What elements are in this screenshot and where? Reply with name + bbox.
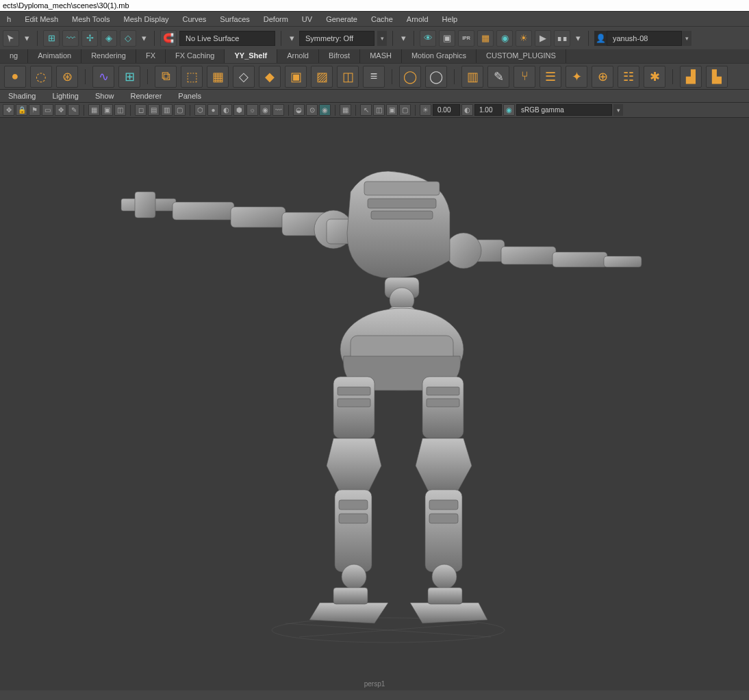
xray-joints-icon[interactable]: ⊙ xyxy=(306,104,318,116)
isolate-select-icon[interactable]: ▦ xyxy=(340,104,351,116)
shelf-pen-icon[interactable]: ✎ xyxy=(487,66,509,88)
panel-menu-panels[interactable]: Panels xyxy=(170,90,210,102)
hypershade-icon[interactable]: ◉ xyxy=(496,30,513,47)
menu-item-generate[interactable]: Generate xyxy=(319,12,364,26)
shelf-tab-motiongraphics[interactable]: Motion Graphics xyxy=(402,49,477,63)
render-frame-icon[interactable]: ▣ xyxy=(439,30,455,47)
use-all-lights-icon[interactable]: ⬢ xyxy=(233,104,245,116)
snap-grid-icon[interactable]: ⊞ xyxy=(43,30,60,47)
gamma-field[interactable]: sRGB gamma xyxy=(516,104,612,116)
menu-item-deform[interactable]: Deform xyxy=(257,12,295,26)
color-management-icon[interactable]: ◉ xyxy=(503,104,515,116)
resolution-gate-icon[interactable]: ◫ xyxy=(114,104,126,116)
snap-live-icon[interactable]: ◇ xyxy=(120,30,136,47)
shelf-ring-gray-icon[interactable]: ◯ xyxy=(425,66,447,88)
shelf-split-icon[interactable]: ⑂ xyxy=(513,66,535,88)
gate-mask-icon[interactable]: ◻ xyxy=(135,104,147,116)
ipr-icon[interactable]: IPR xyxy=(458,30,474,47)
user-dropdown-icon[interactable]: ▾ xyxy=(682,31,691,46)
2d-pan-icon[interactable]: ✥ xyxy=(55,104,66,116)
shelf-diamond-icon[interactable]: ◆ xyxy=(259,66,281,88)
shelf-rig-icon[interactable]: ☷ xyxy=(618,66,639,88)
shelf-stack-icon[interactable]: ≡ xyxy=(363,66,385,88)
menu-item[interactable]: h xyxy=(0,12,18,26)
menu-item-mesh-tools[interactable]: Mesh Tools xyxy=(65,12,116,26)
shelf-sphere-mesh-icon[interactable]: ⊛ xyxy=(56,66,78,88)
render-settings-icon[interactable]: ▦ xyxy=(477,30,494,47)
panel-menu-show[interactable]: Show xyxy=(87,90,123,102)
symmetry-field[interactable]: Symmetry: Off xyxy=(299,31,374,46)
textured-icon[interactable]: ◐ xyxy=(220,104,232,116)
shelf-tab-bifrost[interactable]: Bifrost xyxy=(319,49,360,63)
view-cube1-icon[interactable]: ◫ xyxy=(373,104,385,116)
snap-plane-icon[interactable]: ◈ xyxy=(101,30,117,47)
shelf-tab-animation[interactable]: Animation xyxy=(28,49,81,63)
shelf-globe-icon[interactable]: ⊕ xyxy=(592,66,613,88)
shelf-mirror-icon[interactable]: ⧉ xyxy=(155,66,177,88)
shadows-icon[interactable]: ☼ xyxy=(246,104,258,116)
shelf-box-icon[interactable]: ▣ xyxy=(285,66,307,88)
select-camera-icon[interactable]: ✥ xyxy=(3,104,14,116)
panel-menu-renderer[interactable]: Renderer xyxy=(122,90,170,102)
field-chart-icon[interactable]: ▤ xyxy=(148,104,160,116)
shelf-tab-fxcaching[interactable]: FX Caching xyxy=(166,49,225,63)
panel-menu-lighting[interactable]: Lighting xyxy=(44,90,87,102)
xray-icon[interactable]: ◒ xyxy=(293,104,305,116)
chevron-down-icon[interactable]: ▾ xyxy=(139,30,149,47)
film-gate-icon[interactable]: ▣ xyxy=(101,104,113,116)
near-clip-field[interactable]: 0.00 xyxy=(433,104,460,116)
snap-point-icon[interactable]: ✢ xyxy=(81,30,98,47)
user-account-dropdown[interactable]: 👤 yanush-08 ▾ xyxy=(594,31,691,46)
play-icon[interactable]: ▶ xyxy=(535,30,551,47)
bookmark-icon[interactable]: ⚑ xyxy=(29,104,40,116)
chevron-down-icon[interactable]: ▾ xyxy=(398,30,408,47)
lock-camera-icon[interactable]: 🔒 xyxy=(16,104,27,116)
wireframe-icon[interactable]: ⬡ xyxy=(194,104,206,116)
chevron-down-icon[interactable]: ▾ xyxy=(22,30,31,47)
shelf-sphere-dotted-icon[interactable]: ◌ xyxy=(30,66,52,88)
shelf-tab-arnold[interactable]: Arnold xyxy=(277,49,319,63)
shelf-smooth-icon[interactable]: ◇ xyxy=(233,66,255,88)
menu-item-help[interactable]: Help xyxy=(435,12,465,26)
shelf-lattice-icon[interactable]: ⊞ xyxy=(118,66,140,88)
chevron-down-icon[interactable]: ▾ xyxy=(287,30,296,47)
magnet-icon[interactable]: 🧲 xyxy=(160,30,177,47)
motion-blur-icon[interactable]: 〰 xyxy=(272,104,284,116)
shelf-sphere-solid-icon[interactable]: ● xyxy=(4,66,26,88)
chevron-down-icon[interactable]: ▾ xyxy=(573,30,583,47)
panel-menu-shading[interactable]: Shading xyxy=(0,90,44,102)
safe-action-icon[interactable]: ▥ xyxy=(161,104,173,116)
symmetry-dropdown-icon[interactable]: ▾ xyxy=(377,31,387,46)
image-plane-icon[interactable]: ▭ xyxy=(42,104,53,116)
exposure-icon[interactable]: ☀ xyxy=(420,104,431,116)
viewport[interactable]: persp1 xyxy=(0,118,749,690)
menu-item-surfaces[interactable]: Surfaces xyxy=(213,12,256,26)
view-cube2-icon[interactable]: ▣ xyxy=(386,104,398,116)
shelf-tab-mash[interactable]: MASH xyxy=(360,49,402,63)
shelf-block-icon[interactable]: ▥ xyxy=(461,66,483,88)
shelf-tab-fx[interactable]: FX xyxy=(136,49,166,63)
ao-icon[interactable]: ◉ xyxy=(259,104,271,116)
menu-item-cache[interactable]: Cache xyxy=(364,12,400,26)
live-surface-field[interactable]: No Live Surface xyxy=(179,31,275,46)
shelf-tab-rendering[interactable]: Rendering xyxy=(81,49,136,63)
menu-item-arnold[interactable]: Arnold xyxy=(400,12,435,26)
menu-item-uv[interactable]: UV xyxy=(295,12,319,26)
menu-item-curves[interactable]: Curves xyxy=(176,12,214,26)
grid-icon[interactable]: ▦ xyxy=(88,104,100,116)
snap-curve-icon[interactable]: 〰 xyxy=(62,30,79,47)
shelf-tool-a-icon[interactable]: ▟ xyxy=(680,66,702,88)
far-clip-field[interactable]: 1.00 xyxy=(474,104,502,116)
shelf-curve-icon[interactable]: ∿ xyxy=(92,66,114,88)
view-front-icon[interactable]: ▢ xyxy=(399,104,411,116)
shelf-cube-icon[interactable]: ⬚ xyxy=(181,66,203,88)
shelf-axis-icon[interactable]: ✦ xyxy=(566,66,587,88)
shelf-tool-b-icon[interactable]: ▙ xyxy=(706,66,728,88)
xray-components-icon[interactable]: ◉ xyxy=(319,104,331,116)
shelf-grid-icon[interactable]: ▦ xyxy=(207,66,229,88)
shelf-tab-customplugins[interactable]: CUSTOM_PLUGINS xyxy=(477,49,566,63)
select-tool-icon[interactable] xyxy=(3,30,19,47)
safe-title-icon[interactable]: ▢ xyxy=(174,104,186,116)
shelf-cube2-icon[interactable]: ▨ xyxy=(311,66,333,88)
shelf-tab-yyshelf[interactable]: YY_Shelf xyxy=(225,49,277,63)
